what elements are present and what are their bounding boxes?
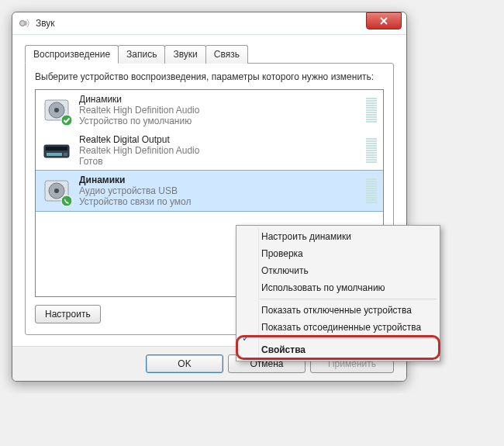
menu-separator <box>260 299 437 299</box>
svg-rect-7 <box>47 153 62 156</box>
window-title: Звук <box>36 18 55 29</box>
device-title: Динамики <box>79 94 361 105</box>
device-subtitle: Realtek High Definition Audio <box>79 145 361 156</box>
speaker-icon <box>42 176 71 206</box>
tab-strip: Воспроизведение Запись Звуки Связь <box>25 44 394 63</box>
checkmark-badge <box>60 114 73 126</box>
device-status: Готов <box>79 156 361 167</box>
device-row[interactable]: Realtek Digital Output Realtek High Defi… <box>36 130 383 171</box>
svg-point-0 <box>20 21 26 26</box>
device-title: Динамики <box>79 175 361 185</box>
device-subtitle: Realtek High Definition Audio <box>79 105 361 116</box>
menu-properties[interactable]: Свойства <box>238 341 438 358</box>
device-status: Устройство по умолчанию <box>79 116 361 126</box>
device-text: Динамики Realtek High Definition Audio У… <box>79 94 361 126</box>
tab-recording[interactable]: Запись <box>118 45 165 64</box>
tab-sounds[interactable]: Звуки <box>164 45 205 64</box>
device-title: Realtek Digital Output <box>79 134 361 145</box>
menu-set-default[interactable]: Использовать по умолчанию <box>238 279 438 296</box>
svg-rect-8 <box>64 153 67 156</box>
menu-show-disconnected[interactable]: Показать отсоединенные устройства <box>238 319 438 336</box>
device-text: Динамики Аудио устройства USB Устройство… <box>79 175 361 207</box>
prompt-text: Выберите устройство воспроизведения, пар… <box>35 71 384 83</box>
svg-point-12 <box>61 195 72 206</box>
device-subtitle: Аудио устройства USB <box>79 185 361 196</box>
level-meter <box>366 98 377 123</box>
device-row-selected[interactable]: Динамики Аудио устройства USB Устройство… <box>35 170 384 212</box>
close-button[interactable] <box>366 12 402 29</box>
level-meter <box>366 178 377 204</box>
level-meter <box>366 138 377 164</box>
device-status: Устройство связи по умол <box>79 196 361 207</box>
device-row[interactable]: Динамики Realtek High Definition Audio У… <box>36 90 383 130</box>
svg-rect-6 <box>46 147 67 150</box>
device-text: Realtek Digital Output Realtek High Defi… <box>79 134 361 167</box>
menu-separator <box>260 338 437 339</box>
menu-disable[interactable]: Отключить <box>238 262 438 279</box>
configure-button[interactable]: Настроить <box>35 305 101 323</box>
svg-point-3 <box>54 108 59 112</box>
speaker-icon <box>42 95 71 125</box>
volume-icon <box>19 17 31 29</box>
context-menu[interactable]: Настроить динамики Проверка Отключить Ис… <box>236 225 440 361</box>
tab-playback[interactable]: Воспроизведение <box>25 45 119 64</box>
menu-test[interactable]: Проверка <box>238 245 438 262</box>
digital-output-icon <box>42 136 71 165</box>
sound-dialog: Звук Воспроизведение Запись Звуки Связь … <box>12 12 407 382</box>
title-bar[interactable]: Звук <box>12 12 406 35</box>
menu-show-disabled[interactable]: Показать отключенные устройства <box>238 302 438 319</box>
menu-configure-speakers[interactable]: Настроить динамики <box>238 228 438 245</box>
ok-button[interactable]: OK <box>146 354 223 373</box>
tab-communications[interactable]: Связь <box>205 45 248 64</box>
svg-point-11 <box>54 188 59 193</box>
phone-badge <box>60 195 73 207</box>
